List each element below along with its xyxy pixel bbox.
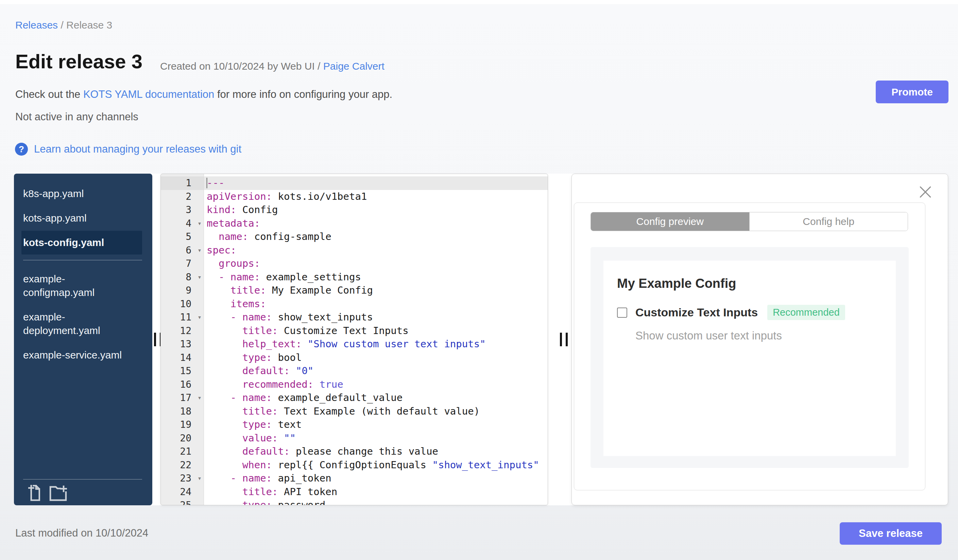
code-text: items:	[204, 297, 548, 311]
code-text: when: repl{{ ConfigOptionEquals "show_te…	[204, 459, 548, 472]
fold-arrow-icon[interactable]: ▾	[198, 271, 201, 284]
code-text: default: please change this value	[204, 445, 548, 459]
promote-button[interactable]: Promote	[876, 81, 948, 103]
code-line-9[interactable]: 9 title: My Example Config	[161, 284, 548, 297]
breadcrumb-releases-link[interactable]: Releases	[15, 19, 58, 30]
config-preview-panel: Config previewConfig help My Example Con…	[571, 174, 948, 505]
config-item-help-text: Show custom user text inputs	[635, 329, 882, 342]
code-line-21[interactable]: 21 default: please change this value	[161, 445, 548, 459]
add-file-icon[interactable]	[28, 485, 42, 501]
code-line-10[interactable]: 10 items:	[161, 297, 548, 311]
fold-arrow-icon[interactable]: ▾	[198, 244, 201, 257]
code-text: metadata:	[204, 217, 548, 230]
line-number: 15	[161, 364, 204, 378]
add-folder-icon[interactable]	[49, 486, 67, 501]
page-title: Edit release 3	[15, 50, 143, 73]
code-line-14[interactable]: 14 type: bool	[161, 351, 548, 365]
line-number: 13	[161, 337, 204, 351]
code-text: recommended: true	[204, 378, 548, 391]
code-line-1[interactable]: 1---	[161, 176, 548, 190]
code-line-15[interactable]: 15 default: "0"	[161, 364, 548, 378]
created-text: Created on 10/10/2024 by Web UI /	[160, 60, 323, 72]
config-group-title: My Example Config	[617, 275, 882, 291]
code-line-24[interactable]: 24 title: API token	[161, 485, 548, 499]
code-text: title: API token	[204, 485, 548, 499]
text-cursor	[206, 178, 207, 188]
line-number: 5	[161, 230, 204, 244]
save-release-button[interactable]: Save release	[840, 522, 942, 545]
line-number: 18	[161, 405, 204, 418]
code-line-3[interactable]: 3kind: Config	[161, 203, 548, 217]
sidebar-file-kots-config.yaml[interactable]: kots-config.yaml	[21, 231, 142, 255]
question-mark-icon[interactable]: ?	[15, 143, 28, 156]
code-line-7[interactable]: 7 groups:	[161, 257, 548, 271]
line-number: 24	[161, 485, 204, 499]
line-number: 23▾	[161, 471, 204, 485]
sidebar-file-example-configmap.yaml[interactable]: example-configmap.yaml	[21, 267, 142, 304]
fold-arrow-icon[interactable]: ▾	[198, 391, 201, 405]
code-text: groups:	[204, 257, 548, 271]
code-text: type: bool	[204, 351, 548, 365]
code-line-8[interactable]: 8▾ - name: example_settings	[161, 271, 548, 284]
fold-arrow-icon[interactable]: ▾	[198, 471, 201, 485]
code-line-20[interactable]: 20 value: ""	[161, 432, 548, 445]
code-line-19[interactable]: 19 type: text	[161, 418, 548, 432]
docs-hint-prefix: Check out the	[15, 89, 83, 100]
git-help-line: ? Learn about managing your releases wit…	[15, 143, 241, 156]
preview-resize-handle[interactable]	[560, 333, 568, 346]
code-text: type: text	[204, 418, 548, 432]
breadcrumb-separator: /	[58, 19, 66, 30]
code-line-25[interactable]: 25 type: password	[161, 498, 548, 505]
code-line-4[interactable]: 4▾metadata:	[161, 217, 548, 230]
preview-tab-bar: Config previewConfig help	[590, 212, 908, 231]
sidebar-file-kots-app.yaml[interactable]: kots-app.yaml	[21, 206, 142, 230]
top-strip	[0, 0, 958, 4]
sidebar-divider	[23, 479, 142, 479]
close-icon[interactable]	[919, 185, 932, 198]
recommended-badge: Recommended	[767, 305, 845, 320]
line-number: 4▾	[161, 217, 204, 230]
line-number: 25	[161, 498, 204, 505]
customize-text-inputs-checkbox[interactable]	[617, 307, 627, 318]
fold-arrow-icon[interactable]: ▾	[198, 217, 201, 230]
tab-config-help[interactable]: Config help	[749, 212, 908, 231]
line-number: 3	[161, 203, 204, 217]
code-text: ---	[204, 176, 548, 190]
code-text: - name: api_token	[204, 471, 548, 485]
code-line-11[interactable]: 11▾ - name: show_text_inputs	[161, 310, 548, 324]
code-line-5[interactable]: 5 name: config-sample	[161, 230, 548, 244]
config-render-area: My Example Config Customize Text Inputs …	[590, 247, 909, 468]
yaml-code-editor[interactable]: 1---2apiVersion: kots.io/v1beta13kind: C…	[160, 174, 548, 505]
code-text: - name: example_default_value	[204, 391, 548, 405]
code-text: default: "0"	[204, 364, 548, 378]
git-releases-link[interactable]: Learn about managing your releases with …	[34, 143, 241, 155]
sidebar-file-example-service.yaml[interactable]: example-service.yaml	[21, 343, 142, 367]
line-number: 20	[161, 432, 204, 445]
line-number: 12	[161, 324, 204, 338]
code-line-23[interactable]: 23▾ - name: api_token	[161, 471, 548, 485]
sidebar-file-k8s-app.yaml[interactable]: k8s-app.yaml	[21, 182, 142, 206]
code-text: apiVersion: kots.io/v1beta1	[204, 190, 548, 204]
code-line-12[interactable]: 12 title: Customize Text Inputs	[161, 324, 548, 338]
code-line-16[interactable]: 16 recommended: true	[161, 378, 548, 391]
line-number: 2	[161, 190, 204, 204]
code-line-17[interactable]: 17▾ - name: example_default_value	[161, 391, 548, 405]
tab-config-preview[interactable]: Config preview	[591, 212, 749, 231]
sidebar-file-example-deployment.yaml[interactable]: example-deployment.yaml	[21, 305, 142, 343]
line-number: 14	[161, 351, 204, 365]
code-text: spec:	[204, 244, 548, 257]
code-lines: 1---2apiVersion: kots.io/v1beta13kind: C…	[161, 174, 548, 505]
fold-arrow-icon[interactable]: ▾	[198, 310, 201, 324]
code-line-13[interactable]: 13 help_text: "Show custom user text inp…	[161, 337, 548, 351]
created-author-link[interactable]: Paige Calvert	[323, 60, 384, 72]
file-sidebar: k8s-app.yamlkots-app.yamlkots-config.yam…	[14, 174, 152, 505]
code-line-2[interactable]: 2apiVersion: kots.io/v1beta1	[161, 190, 548, 204]
breadcrumb: Releases / Release 3	[15, 19, 112, 31]
line-number: 17▾	[161, 391, 204, 405]
code-line-22[interactable]: 22 when: repl{{ ConfigOptionEquals "show…	[161, 459, 548, 472]
code-line-6[interactable]: 6▾spec:	[161, 244, 548, 257]
config-item-label: Customize Text Inputs	[635, 306, 758, 319]
code-line-18[interactable]: 18 title: Text Example (with default val…	[161, 405, 548, 418]
kots-yaml-docs-link[interactable]: KOTS YAML documentation	[83, 89, 214, 100]
last-modified-text: Last modified on 10/10/2024	[15, 527, 148, 539]
